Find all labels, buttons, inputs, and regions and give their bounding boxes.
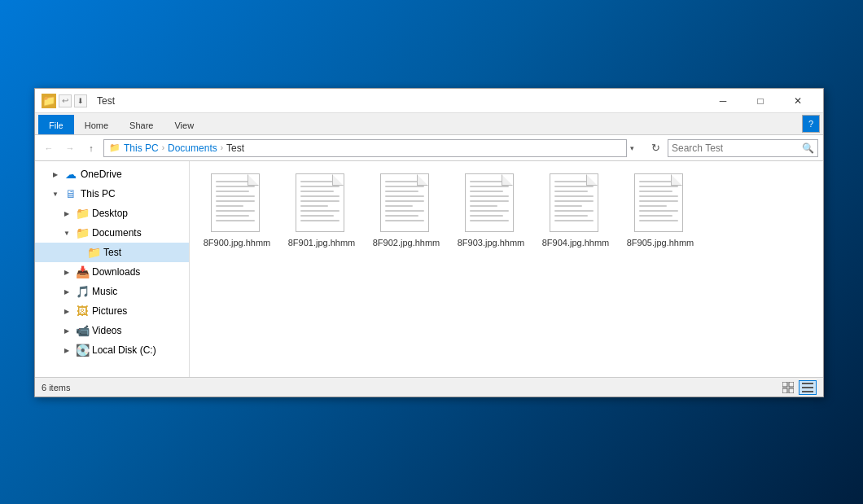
doc-line [554,186,594,187]
doc-line [385,220,424,221]
file-explorer-window: 📁 ↩ ⬇ Test ─ □ ✕ File Home Share View ? … [34,88,824,397]
sidebar-item-localdisk[interactable]: ▶ 💽 Local Disk (C:) [35,340,189,360]
file-item[interactable]: 8F905.jpg.hhmm [620,168,701,254]
music-folder-icon: 🎵 [76,285,89,298]
expand-arrow-documents[interactable]: ▼ [61,227,72,239]
doc-line [300,220,340,221]
search-box[interactable]: 🔍 [668,139,818,157]
address-bar[interactable]: 📁 This PC › Documents › Test [103,139,627,157]
sidebar-item-thispc[interactable]: ▼ 🖥 This PC [35,184,189,204]
breadcrumb-thispc[interactable]: This PC [124,142,159,154]
onedrive-icon: ☁ [64,168,77,181]
ribbon: File Home Share View ? [35,113,823,135]
expand-arrow-downloads[interactable]: ▶ [61,266,72,278]
expand-arrow-localdisk[interactable]: ▶ [61,344,72,356]
sidebar-item-desktop[interactable]: ▶ 📁 Desktop [35,204,189,223]
search-icon[interactable]: 🔍 [802,142,814,154]
doc-corner-4 [586,174,598,186]
svg-rect-1 [789,382,794,387]
expand-arrow-videos[interactable]: ▶ [61,325,72,336]
sidebar-label-localdisk: Local Disk (C:) [92,344,156,356]
doc-line [639,215,672,217]
doc-line [300,186,340,187]
doc-corner-2 [417,174,428,186]
file-item[interactable]: 8F901.jpg.hhmm [281,168,362,254]
doc-line [300,200,340,202]
sidebar-item-onedrive[interactable]: ▶ ☁ OneDrive [35,164,189,184]
tab-share[interactable]: Share [119,115,164,134]
svg-rect-4 [802,383,813,384]
expand-arrow-onedrive[interactable]: ▶ [50,169,61,180]
address-dropdown-button[interactable]: ▾ [630,139,643,157]
file-item[interactable]: 8F902.jpg.hhmm [366,168,447,254]
doc-line [639,200,678,202]
doc-icon-4 [550,173,598,232]
doc-icon-5 [634,173,683,232]
up-button[interactable]: ↑ [82,139,100,157]
downloads-folder-icon: 📥 [76,265,89,278]
file-name-2: 8F902.jpg.hhmm [373,237,440,248]
sidebar-item-documents[interactable]: ▼ 📁 Documents [35,223,189,243]
doc-line [554,205,582,207]
tab-home[interactable]: Home [74,115,119,134]
maximize-button[interactable]: □ [742,89,779,113]
sidebar-item-videos[interactable]: ▶ 📹 Videos [35,321,189,340]
close-button[interactable]: ✕ [779,89,817,113]
thispc-icon: 🖥 [64,187,77,200]
file-name-4: 8F904.jpg.hhmm [542,237,610,248]
view-list-button[interactable] [799,380,817,395]
sidebar-label-downloads: Downloads [92,266,140,278]
file-item[interactable]: 8F900.jpg.hhmm [196,168,278,254]
search-input[interactable] [672,142,802,154]
expand-arrow-desktop[interactable]: ▶ [61,208,72,219]
doc-line [470,210,509,212]
doc-line [216,215,249,217]
sep-1: › [162,143,164,152]
svg-rect-6 [802,391,813,392]
undo-btn[interactable]: ↩ [59,94,72,107]
doc-line [385,215,418,217]
doc-line [385,210,424,212]
content-area: 8F900.jpg.hhmm 8F901.jpg.hhmm [190,161,823,377]
sidebar-item-test[interactable]: 📁 Test [35,243,189,262]
folder-icon-title: 📁 [42,94,56,108]
doc-icon-1 [296,173,344,232]
view-grid-button[interactable] [779,380,797,395]
doc-line [470,195,509,197]
test-folder-icon: 📁 [87,246,100,259]
doc-corner-3 [502,174,513,186]
tab-view[interactable]: View [164,115,204,134]
properties-btn[interactable]: ⬇ [74,94,87,107]
doc-line [554,220,594,221]
doc-line [470,205,497,207]
breadcrumb-documents[interactable]: Documents [168,142,217,154]
svg-rect-0 [782,382,787,387]
main-area: ▶ ☁ OneDrive ▼ 🖥 This PC ▶ 📁 Desktop ▼ 📁… [35,161,823,377]
title-bar: 📁 ↩ ⬇ Test ─ □ ✕ [35,89,823,113]
doc-line [554,195,594,197]
tab-file[interactable]: File [38,115,74,134]
doc-line [385,195,424,197]
file-icon-1 [296,173,348,234]
sidebar-label-desktop: Desktop [92,208,128,219]
expand-arrow-thispc[interactable]: ▼ [50,188,61,199]
file-item[interactable]: 8F903.jpg.hhmm [450,168,532,254]
doc-line [639,220,678,221]
ribbon-tabs: File Home Share View ? [35,113,823,134]
minimize-button[interactable]: ─ [704,89,742,113]
file-item[interactable]: 8F904.jpg.hhmm [535,168,616,254]
doc-line [216,200,255,202]
sidebar-item-pictures[interactable]: ▶ 🖼 Pictures [35,301,189,321]
expand-arrow-music[interactable]: ▶ [61,286,72,297]
back-button[interactable]: ← [40,139,58,157]
forward-button[interactable]: → [61,139,79,157]
refresh-button[interactable]: ↻ [646,139,664,157]
expand-arrow-pictures[interactable]: ▶ [61,305,72,317]
doc-line [300,191,334,192]
sidebar-item-downloads[interactable]: ▶ 📥 Downloads [35,262,189,282]
doc-line [300,215,334,217]
doc-line [216,220,255,221]
doc-line [385,205,413,207]
sidebar-item-music[interactable]: ▶ 🎵 Music [35,282,189,301]
help-button[interactable]: ? [802,115,820,133]
